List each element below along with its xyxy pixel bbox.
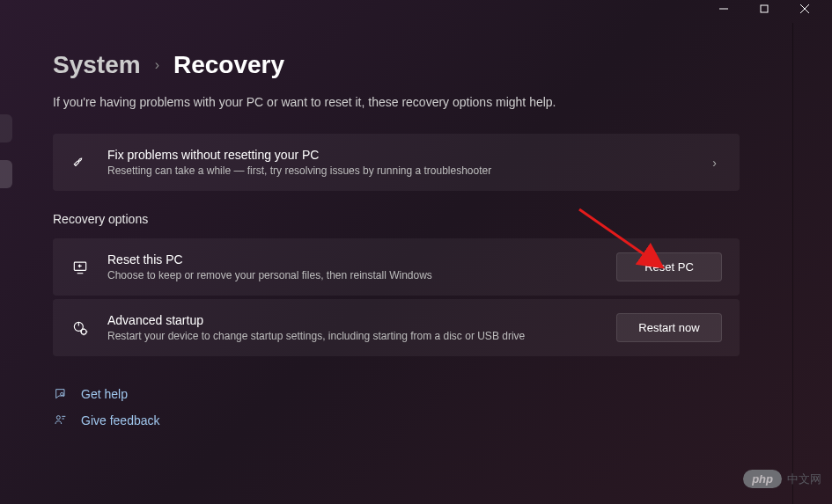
help-links: Get help Give feedback (53, 381, 740, 434)
right-border (792, 23, 793, 504)
maximize-button[interactable] (744, 0, 784, 18)
give-feedback-link[interactable]: Give feedback (53, 407, 740, 434)
reset-pc-button[interactable]: Reset PC (616, 252, 722, 281)
close-button[interactable] (784, 0, 825, 18)
page-subtitle: If you're having problems with your PC o… (53, 95, 740, 109)
feedback-icon (53, 413, 69, 428)
wrench-icon (70, 153, 90, 172)
get-help-link[interactable]: Get help (53, 381, 740, 407)
reset-desc: Choose to keep or remove your personal f… (107, 269, 599, 281)
troubleshoot-text: Fix problems without resetting your PC R… (107, 148, 689, 177)
advanced-startup-card: Advanced startup Restart your device to … (53, 299, 740, 356)
breadcrumb: System › Recovery (53, 51, 740, 79)
advanced-title: Advanced startup (107, 313, 599, 327)
chevron-right-icon: › (155, 57, 159, 73)
svg-point-15 (56, 416, 60, 420)
reset-icon (70, 258, 90, 277)
reset-pc-card: Reset this PC Choose to keep or remove y… (53, 238, 740, 296)
advanced-desc: Restart your device to change startup se… (107, 330, 599, 342)
restart-now-button[interactable]: Restart now (616, 313, 722, 342)
feedback-label: Give feedback (81, 413, 160, 427)
titlebar (0, 0, 832, 25)
watermark: php 中文网 (743, 470, 821, 488)
troubleshoot-card[interactable]: Fix problems without resetting your PC R… (53, 134, 740, 191)
help-label: Get help (81, 387, 128, 401)
minimize-button[interactable] (703, 0, 744, 18)
help-icon (53, 386, 69, 402)
troubleshoot-desc: Resetting can take a while — first, try … (107, 164, 689, 177)
watermark-badge: php (743, 470, 782, 488)
chevron-right-icon: › (707, 156, 722, 170)
reset-title: Reset this PC (107, 252, 599, 267)
svg-rect-1 (761, 5, 768, 12)
reset-text: Reset this PC Choose to keep or remove y… (107, 252, 599, 281)
troubleshoot-title: Fix problems without resetting your PC (107, 148, 689, 162)
breadcrumb-parent[interactable]: System (53, 51, 141, 79)
svg-point-8 (81, 329, 86, 334)
svg-point-13 (61, 392, 63, 395)
watermark-text: 中文网 (787, 471, 821, 487)
main-content: System › Recovery If you're having probl… (0, 25, 775, 434)
advanced-text: Advanced startup Restart your device to … (107, 313, 599, 342)
section-header: Recovery options (53, 212, 740, 226)
page-title: Recovery (173, 51, 284, 79)
power-gear-icon (70, 318, 90, 338)
